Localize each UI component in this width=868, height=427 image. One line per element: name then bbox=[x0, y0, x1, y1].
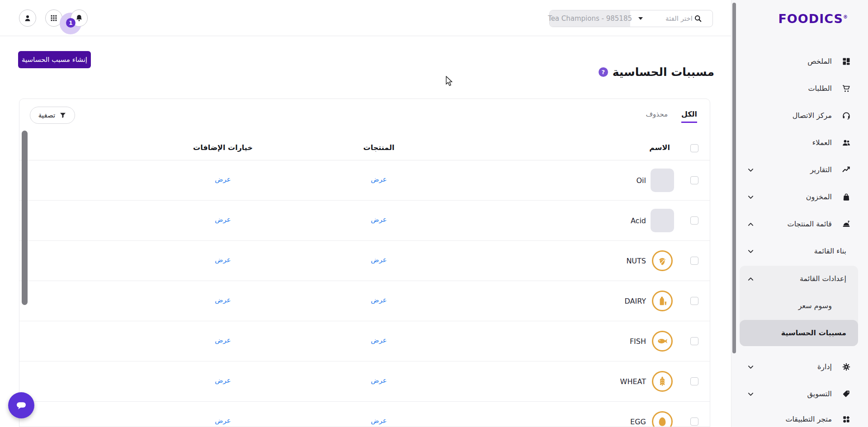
sidebar-item-summary[interactable]: الملخص bbox=[731, 48, 868, 75]
row-checkbox[interactable] bbox=[690, 337, 698, 345]
sidebar-item-marketing[interactable]: التسويق bbox=[731, 380, 868, 408]
sidebar-item-label: التسويق bbox=[807, 380, 832, 408]
view-options-link[interactable]: عرض bbox=[196, 175, 250, 183]
allergen-name: DAIRY bbox=[624, 281, 646, 321]
help-icon[interactable]: ? bbox=[599, 67, 608, 77]
sidebar-item-label: بناء القائمة bbox=[814, 238, 846, 265]
allergen-name: FISH bbox=[630, 321, 646, 361]
chevron-down-icon[interactable] bbox=[638, 17, 643, 20]
sidebar-item-label: إدارة bbox=[817, 353, 832, 380]
placeholder-image bbox=[651, 209, 674, 232]
row-checkbox[interactable] bbox=[690, 377, 698, 385]
chevron-up-icon bbox=[748, 221, 754, 227]
view-options-link[interactable]: عرض bbox=[196, 216, 250, 224]
topbar: 1 Tea Champions - 985185 bbox=[0, 0, 731, 36]
sidebar-item-label: إعدادات القائمة bbox=[800, 266, 846, 292]
table-row: DAIRY عرض عرض bbox=[19, 281, 710, 321]
row-checkbox[interactable] bbox=[690, 176, 698, 184]
table-row: WHEAT عرض عرض bbox=[19, 361, 710, 402]
view-options-link[interactable]: عرض bbox=[196, 256, 250, 264]
sidebar: FOODICS® الملخص الطلبات مركز الاتصال bbox=[731, 0, 868, 427]
search-input[interactable] bbox=[643, 14, 693, 23]
view-products-link[interactable]: عرض bbox=[352, 175, 406, 183]
nuts-icon bbox=[652, 250, 673, 271]
egg-icon bbox=[652, 411, 673, 427]
person-icon bbox=[23, 14, 32, 23]
sidebar-item-label: المخزون bbox=[806, 183, 832, 211]
view-products-link[interactable]: عرض bbox=[352, 296, 406, 304]
tab-deleted[interactable]: محذوف bbox=[646, 110, 668, 118]
table-row: NUTS عرض عرض bbox=[19, 241, 710, 281]
sidebar-item-menu-settings[interactable]: إعدادات القائمة bbox=[731, 266, 868, 292]
profile-button[interactable] bbox=[19, 9, 36, 27]
sidebar-item-orders[interactable]: الطلبات bbox=[731, 75, 868, 102]
row-checkbox[interactable] bbox=[690, 418, 698, 426]
sidebar-scrollbar[interactable] bbox=[732, 3, 736, 353]
filter-button[interactable]: تصفية bbox=[30, 107, 75, 124]
mouse-cursor bbox=[445, 76, 455, 87]
view-options-link[interactable]: عرض bbox=[196, 296, 250, 304]
view-products-link[interactable]: عرض bbox=[352, 417, 406, 425]
view-options-link[interactable]: عرض bbox=[196, 336, 250, 344]
sidebar-item-marketplace[interactable]: متجر التطبيقات bbox=[731, 406, 868, 427]
sidebar-item-label: متجر التطبيقات bbox=[785, 406, 832, 427]
allergen-name: WHEAT bbox=[620, 361, 646, 402]
chevron-down-icon bbox=[748, 167, 754, 173]
filter-icon bbox=[59, 112, 66, 119]
column-products: المنتجات bbox=[352, 143, 406, 152]
chevron-up-icon bbox=[748, 276, 754, 282]
people-icon bbox=[842, 138, 851, 147]
sidebar-item-reports[interactable]: التقارير bbox=[731, 156, 868, 183]
column-modifier-options: خيارات الإضافات bbox=[187, 143, 259, 152]
menu-icon bbox=[842, 220, 851, 229]
tabs: الكل محذوف bbox=[646, 110, 697, 123]
chart-icon bbox=[842, 165, 851, 174]
sidebar-item-label: الطلبات bbox=[808, 75, 832, 102]
sidebar-item-label: قائمة المنتجات bbox=[788, 211, 832, 238]
page-header: مسببات الحساسية ? bbox=[599, 66, 714, 79]
select-all-checkbox[interactable] bbox=[690, 144, 698, 152]
chat-widget-button[interactable] bbox=[8, 392, 34, 418]
sidebar-item-allergens-selected[interactable]: مسببات الحساسية bbox=[740, 320, 858, 346]
filter-label: تصفية bbox=[38, 111, 55, 119]
table-scrollbar[interactable] bbox=[22, 131, 28, 305]
view-products-link[interactable]: عرض bbox=[352, 256, 406, 264]
view-products-link[interactable]: عرض bbox=[352, 336, 406, 344]
tags-icon bbox=[842, 389, 851, 399]
chevron-down-icon bbox=[748, 391, 754, 397]
sidebar-item-price-tags[interactable]: وسوم سعر bbox=[731, 293, 868, 319]
search-icon bbox=[693, 14, 703, 23]
table-row: EGG عرض عرض bbox=[19, 402, 710, 427]
sidebar-item-label: مركز الاتصال bbox=[793, 102, 832, 129]
sidebar-item-call-center[interactable]: مركز الاتصال bbox=[731, 102, 868, 129]
view-products-link[interactable]: عرض bbox=[352, 216, 406, 224]
chat-bubble-icon bbox=[14, 399, 28, 412]
column-name: الاسم bbox=[649, 143, 670, 152]
create-allergen-button[interactable]: إنشاء مسبب الحساسية bbox=[18, 51, 91, 68]
table-row: FISH عرض عرض bbox=[19, 321, 710, 361]
sidebar-item-label: مسببات الحساسية bbox=[781, 320, 846, 346]
notification-badge: 1 bbox=[66, 18, 75, 28]
page-title: مسببات الحساسية bbox=[613, 66, 714, 79]
sidebar-item-inventory[interactable]: المخزون bbox=[731, 183, 868, 211]
allergen-name: Acid bbox=[631, 201, 646, 241]
allergens-card: تصفية الكل محذوف الاسم المنتجات خيارات ا… bbox=[19, 99, 710, 427]
sidebar-item-customers[interactable]: العملاء bbox=[731, 129, 868, 156]
row-checkbox[interactable] bbox=[690, 216, 698, 225]
row-checkbox[interactable] bbox=[690, 257, 698, 265]
sidebar-item-products-list[interactable]: قائمة المنتجات bbox=[731, 211, 868, 238]
allergen-name: NUTS bbox=[626, 241, 646, 281]
table-row: Acid عرض عرض bbox=[19, 201, 710, 241]
row-checkbox[interactable] bbox=[690, 297, 698, 305]
tab-all[interactable]: الكل bbox=[681, 110, 697, 123]
view-products-link[interactable]: عرض bbox=[352, 376, 406, 385]
view-options-link[interactable]: عرض bbox=[196, 376, 250, 385]
table-row: Oil عرض عرض bbox=[19, 160, 710, 201]
apps-icon bbox=[842, 415, 851, 424]
sidebar-item-manage[interactable]: إدارة bbox=[731, 353, 868, 380]
view-options-link[interactable]: عرض bbox=[196, 417, 250, 425]
account-selector[interactable]: Tea Champions - 985185 bbox=[550, 10, 630, 27]
sidebar-item-menu-builder[interactable]: بناء القائمة bbox=[731, 238, 868, 265]
wheat-icon bbox=[652, 371, 673, 392]
chevron-down-icon bbox=[748, 364, 754, 370]
